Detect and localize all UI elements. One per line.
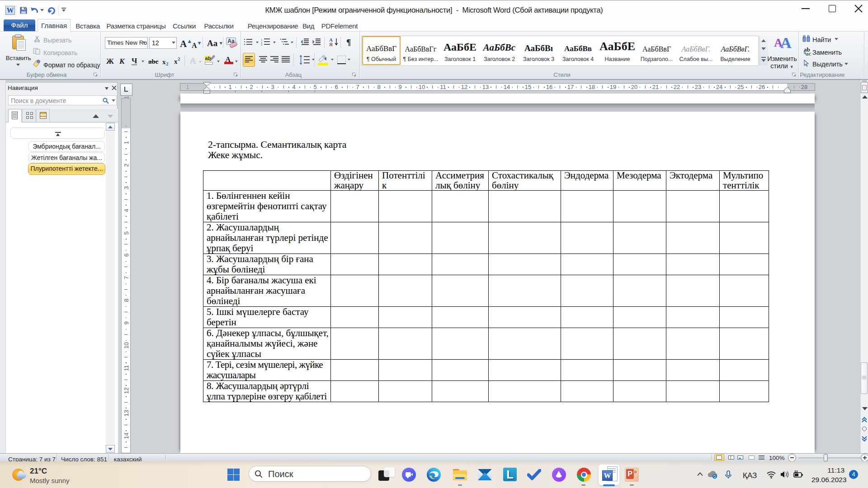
svg-text:3: 3	[261, 43, 263, 46]
